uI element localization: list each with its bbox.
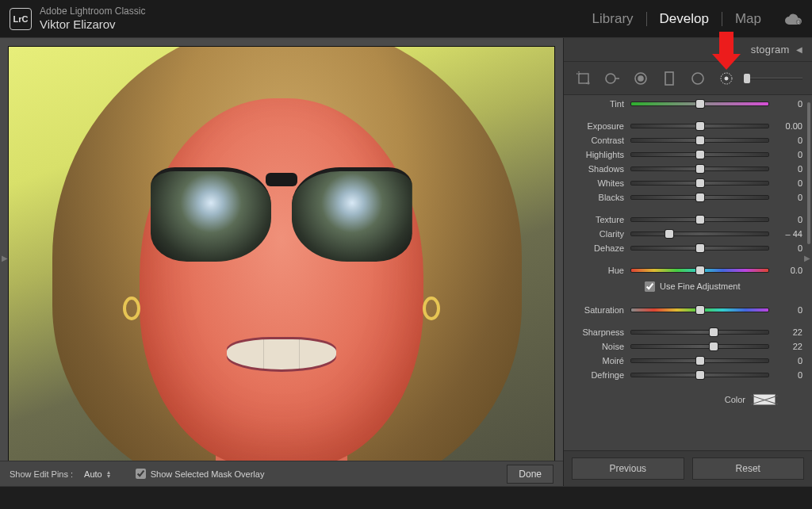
- highlights-slider[interactable]: [630, 152, 769, 157]
- brush-size-slider[interactable]: [745, 75, 802, 82]
- app-title: Adobe Lightroom Classic: [40, 6, 145, 17]
- photo-preview[interactable]: [8, 46, 555, 478]
- fine-adjustment-checkbox[interactable]: [645, 281, 655, 292]
- whites-label: Whites: [573, 178, 624, 188]
- defringe-label: Defringe: [573, 370, 624, 380]
- module-nav: Library Develop Map 0: [580, 8, 802, 30]
- saturation-slider-row: Saturation0: [573, 303, 802, 317]
- fine-adjustment-toggle[interactable]: Use Fine Adjustment: [573, 277, 802, 295]
- preview-pane: Show Edit Pins : Auto ▴▾ Show Selected M…: [0, 38, 563, 486]
- preview-toolbar: Show Edit Pins : Auto ▴▾ Show Selected M…: [0, 461, 563, 486]
- exposure-label: Exposure: [573, 121, 624, 131]
- saturation-label: Saturation: [573, 305, 624, 315]
- defringe-slider-row: Defringe0: [573, 368, 802, 382]
- nav-develop[interactable]: Develop: [647, 8, 722, 30]
- defringe-slider[interactable]: [630, 373, 769, 377]
- chevron-updown-icon: ▴▾: [107, 470, 110, 478]
- hue-value: 0.0: [776, 266, 802, 275]
- texture-slider[interactable]: [630, 217, 769, 222]
- contrast-label: Contrast: [573, 136, 624, 145]
- right-panel: stogram ◀: [563, 38, 812, 486]
- noise-slider-row: Noise22: [573, 339, 802, 354]
- contrast-slider[interactable]: [630, 138, 769, 143]
- adjustment-brush-tool-icon[interactable]: [716, 68, 737, 89]
- whites-slider[interactable]: [630, 181, 769, 186]
- previous-button[interactable]: Previous: [572, 457, 684, 480]
- saturation-value: 0: [776, 305, 802, 315]
- tint-label: Tint: [573, 99, 624, 109]
- texture-label: Texture: [573, 215, 624, 224]
- color-row: Color: [573, 390, 802, 409]
- hue-slider[interactable]: [630, 268, 769, 273]
- done-button[interactable]: Done: [507, 465, 553, 484]
- radial-filter-tool-icon[interactable]: [688, 68, 708, 89]
- svg-point-9: [725, 77, 728, 80]
- exposure-slider-row: Exposure0.00: [573, 119, 802, 133]
- app-logo: LrC: [10, 8, 32, 30]
- texture-value: 0: [776, 215, 802, 224]
- sharpness-slider[interactable]: [630, 330, 769, 335]
- hue-slider-row: Hue0.0: [573, 263, 802, 277]
- expand-right-panel-icon[interactable]: ▶: [804, 254, 810, 262]
- moire-slider[interactable]: [630, 358, 769, 363]
- clarity-slider-row: Clarity– 44: [573, 227, 802, 241]
- nav-library[interactable]: Library: [580, 8, 646, 30]
- histogram-panel-header[interactable]: stogram ◀: [564, 38, 812, 62]
- shadows-value: 0: [776, 164, 802, 174]
- app-header: LrC Adobe Lightroom Classic Viktor Eliza…: [0, 0, 812, 38]
- panel-scrollbar[interactable]: [807, 95, 810, 450]
- blacks-value: 0: [776, 193, 802, 202]
- exposure-slider[interactable]: [630, 124, 769, 128]
- clarity-label: Clarity: [573, 229, 624, 239]
- title-block: Adobe Lightroom Classic Viktor Elizarov: [40, 6, 145, 31]
- moire-slider-row: Moiré0: [573, 354, 802, 368]
- texture-slider-row: Texture0: [573, 212, 802, 227]
- dehaze-slider-row: Dehaze0: [573, 241, 802, 255]
- local-adjustment-toolbar: [564, 62, 812, 95]
- tint-slider[interactable]: [630, 101, 769, 106]
- color-swatch[interactable]: [753, 394, 776, 405]
- highlights-label: Highlights: [573, 150, 624, 159]
- cloud-sync-icon[interactable]: 0: [785, 13, 802, 25]
- identity-plate: Viktor Elizarov: [40, 17, 145, 31]
- shadows-label: Shadows: [573, 164, 624, 174]
- shadows-slider-row: Shadows0: [573, 162, 802, 176]
- graduated-filter-tool-icon[interactable]: [659, 68, 680, 89]
- noise-value: 22: [776, 342, 802, 351]
- tint-value: 0: [776, 99, 802, 109]
- spot-removal-tool-icon[interactable]: [602, 68, 622, 89]
- nav-map[interactable]: Map: [722, 8, 774, 30]
- highlights-value: 0: [776, 150, 802, 159]
- dehaze-slider[interactable]: [630, 246, 769, 251]
- svg-rect-2: [579, 74, 588, 83]
- saturation-slider[interactable]: [630, 308, 769, 312]
- mask-overlay-toggle[interactable]: Show Selected Mask Overlay: [136, 469, 265, 479]
- moire-label: Moiré: [573, 356, 624, 365]
- reset-button[interactable]: Reset: [692, 457, 805, 480]
- crop-tool-icon[interactable]: [573, 68, 594, 89]
- red-eye-tool-icon[interactable]: [630, 68, 651, 89]
- svg-point-5: [638, 76, 643, 81]
- shadows-slider[interactable]: [630, 166, 769, 171]
- defringe-value: 0: [776, 370, 802, 380]
- svg-rect-6: [665, 72, 673, 85]
- moire-value: 0: [776, 356, 802, 365]
- edit-pins-value: Auto: [84, 469, 102, 479]
- noise-slider[interactable]: [630, 344, 769, 349]
- clarity-slider[interactable]: [630, 232, 769, 236]
- histogram-label: stogram: [751, 44, 790, 55]
- whites-slider-row: Whites0: [573, 176, 802, 190]
- color-label: Color: [725, 395, 745, 404]
- mask-overlay-checkbox[interactable]: [136, 469, 146, 479]
- expand-left-panel-icon[interactable]: ▶: [2, 254, 8, 262]
- filmstrip-collapsed[interactable]: [0, 486, 812, 509]
- blacks-slider[interactable]: [630, 195, 769, 200]
- svg-point-3: [606, 74, 615, 83]
- dehaze-value: 0: [776, 243, 802, 253]
- collapse-left-icon: ◀: [796, 45, 802, 54]
- mask-overlay-label: Show Selected Mask Overlay: [151, 469, 265, 479]
- sharpness-slider-row: Sharpness22: [573, 325, 802, 339]
- edit-pins-select[interactable]: Auto ▴▾: [84, 469, 110, 479]
- contrast-slider-row: Contrast0: [573, 133, 802, 147]
- highlights-slider-row: Highlights0: [573, 147, 802, 162]
